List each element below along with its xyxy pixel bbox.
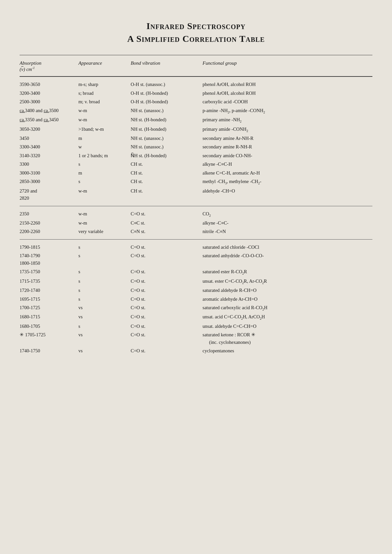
- appearance-value: s: [78, 252, 131, 259]
- functional-value: alkyne -C≡C-H: [203, 160, 372, 168]
- absorption-value: 2350: [20, 210, 78, 217]
- functional-value: p-amine -NH2, p-amide -CONH2: [203, 107, 372, 115]
- page-title: Infrared Spectroscopy A Simplified Corre…: [20, 20, 372, 45]
- table-row: 2200-2260 very variable C≡N st. nitrile …: [20, 227, 372, 236]
- absorption-value: 3590-3650: [20, 81, 78, 88]
- appearance-value: s: [78, 268, 131, 275]
- absorption-value: 2150-2260: [20, 219, 78, 227]
- bond-value: NH st. (H-bonded): [131, 126, 203, 133]
- appearance-value: m: [78, 169, 131, 176]
- functional-value: aromatic aldehyde Ar-CH=O: [203, 295, 372, 303]
- appearance-value: s: [78, 277, 131, 285]
- table-row: 2350 w-m C=O st. CO2: [20, 210, 372, 219]
- table-row: 3590-3650 m-s; sharp O-H st. (unassoc.) …: [20, 80, 372, 89]
- bond-value: C=O st.: [131, 331, 203, 338]
- appearance-value: vs: [78, 313, 131, 320]
- absorption-value: 3000-3100: [20, 169, 78, 176]
- appearance-value: >1band; w-m: [78, 126, 131, 133]
- appearance-value: s: [78, 243, 131, 251]
- absorption-value: 1720-1740: [20, 287, 78, 294]
- functional-value: saturated aldehyde R-CH=O: [203, 287, 372, 294]
- bond-value: C=O st.: [131, 210, 203, 217]
- absorption-value: 1740-1750: [20, 347, 78, 354]
- table-row: ca.3350 and ca.3450 w-m NH st. (H-bonded…: [20, 115, 372, 125]
- appearance-value: s; broad: [78, 90, 131, 97]
- table-row: 1790-1815 s C=O st. saturated acid chlor…: [20, 243, 372, 251]
- bond-value: C=O st.: [131, 287, 203, 294]
- functional-value: saturated ester R-CO2R: [203, 268, 372, 276]
- bond-value: O-H st. (H-bonded): [131, 98, 203, 105]
- table-row: ca.3400 and ca.3500 w-m NH st. (unassoc.…: [20, 106, 372, 115]
- table-row: 2150-2260 w-m C≡C st. alkyne -C≡C-: [20, 219, 372, 227]
- bond-value: NH st. (H-bonded): [131, 116, 203, 123]
- functional-value: unsat. aldehyde C=C-CH=O: [203, 323, 372, 330]
- bond-value: C=O st.: [131, 347, 203, 354]
- absorption-value: 1695-1715: [20, 295, 78, 303]
- functional-value: saturated acid chloride -COCl: [203, 243, 372, 251]
- table-row: 3000-3100 m CH st. alkene C=C-H, aromati…: [20, 169, 372, 177]
- functional-value: phenol ArOH, alcohol ROH: [203, 90, 372, 97]
- appearance-value: m: [78, 135, 131, 142]
- functional-value: CO2: [203, 210, 372, 218]
- section-co2-alkyne: 2350 w-m C=O st. CO2 2150-2260 w-m C≡C s…: [20, 210, 372, 236]
- functional-value: secondary amine R-NH-R: [203, 143, 372, 150]
- section-nh-oh: 3590-3650 m-s; sharp O-H st. (unassoc.) …: [20, 80, 372, 202]
- bond-value: C=O st.: [131, 268, 203, 275]
- table-row: 1740-17901800-1850 s C=O st. saturated a…: [20, 251, 372, 267]
- functional-value: methyl -CH3, methylene -CH2-: [203, 178, 372, 186]
- functional-value: aldehyde -CH=O: [203, 187, 372, 194]
- bond-value: CH st.: [131, 178, 203, 185]
- bond-value: C=O st.: [131, 313, 203, 320]
- appearance-value: vs: [78, 304, 131, 311]
- absorption-value: 2850-3000: [20, 178, 78, 185]
- table-row: 3140-3320 1 or 2 bands; m N̈H st. (H-bon…: [20, 151, 372, 160]
- table-row: 1695-1715 s C=O st. aromatic aldehyde Ar…: [20, 295, 372, 303]
- table-row: 1735-1750 s C=O st. saturated ester R-CO…: [20, 267, 372, 277]
- table-row: 3300 s CH st. alkyne -C≡C-H: [20, 160, 372, 168]
- absorption-value: 3450: [20, 135, 78, 142]
- appearance-value: s: [78, 160, 131, 168]
- appearance-value: 1 or 2 bands; m: [78, 152, 131, 159]
- header-functional: Functional group: [203, 60, 372, 72]
- absorption-value: 1790-1815: [20, 243, 78, 251]
- header-appearance: Appearance: [78, 60, 131, 72]
- appearance-value: s: [78, 295, 131, 303]
- absorption-value: 1715-1735: [20, 277, 78, 285]
- absorption-value: 3300: [20, 160, 78, 168]
- correlation-table: Absorption(v) cm-1 Appearance Bond vibra…: [20, 55, 372, 355]
- bond-value: CH st.: [131, 187, 203, 194]
- appearance-value: m; v. broad: [78, 98, 131, 105]
- bond-value: C≡N st.: [131, 228, 203, 235]
- table-row: 2500-3000 m; v. broad O-H st. (H-bonded)…: [20, 97, 372, 106]
- absorption-value: 1680-1705: [20, 323, 78, 330]
- absorption-value: ca.3400 and ca.3500: [20, 107, 78, 114]
- table-row: ✳ 1705-1725 vs C=O st. saturated ketone …: [20, 330, 372, 346]
- appearance-value: w: [78, 143, 131, 150]
- absorption-value: 2200-2260: [20, 228, 78, 235]
- functional-value: nitrile -C≡N: [203, 228, 372, 235]
- section-divider-2: [20, 239, 372, 240]
- title-line2: A Simplified Correlation Table: [127, 34, 265, 44]
- functional-value: secondary amide CO-NH-: [203, 152, 372, 159]
- functional-value: saturated anhydride -CO-O-CO-: [203, 252, 372, 259]
- bond-value: O-H st. (H-bonded): [131, 90, 203, 97]
- table-row: 1715-1735 s C=O st. unsat. ester C=C-CO2…: [20, 277, 372, 286]
- bond-value: C≡C st.: [131, 219, 203, 227]
- functional-value: alkyne -C≡C-: [203, 219, 372, 227]
- table-row: 3200-3400 s; broad O-H st. (H-bonded) ph…: [20, 89, 372, 97]
- table-row: 3050-3200 >1band; w-m NH st. (H-bonded) …: [20, 125, 372, 134]
- absorption-value: 1740-17901800-1850: [20, 252, 78, 267]
- appearance-value: w-m: [78, 107, 131, 114]
- bond-value: CH st.: [131, 160, 203, 168]
- header-bond: Bond vibration: [131, 60, 203, 72]
- appearance-value: w-m: [78, 187, 131, 194]
- functional-value: primary amide -CONH2: [203, 126, 372, 133]
- appearance-value: vs: [78, 331, 131, 338]
- appearance-value: w-m: [78, 116, 131, 123]
- bond-value: NH st. (unassoc.): [131, 143, 203, 150]
- bond-value: C=O st.: [131, 295, 203, 303]
- appearance-value: m-s; sharp: [78, 81, 131, 88]
- appearance-value: w-m: [78, 219, 131, 227]
- absorption-value: 3200-3400: [20, 90, 78, 97]
- absorption-value: 3140-3320: [20, 152, 78, 159]
